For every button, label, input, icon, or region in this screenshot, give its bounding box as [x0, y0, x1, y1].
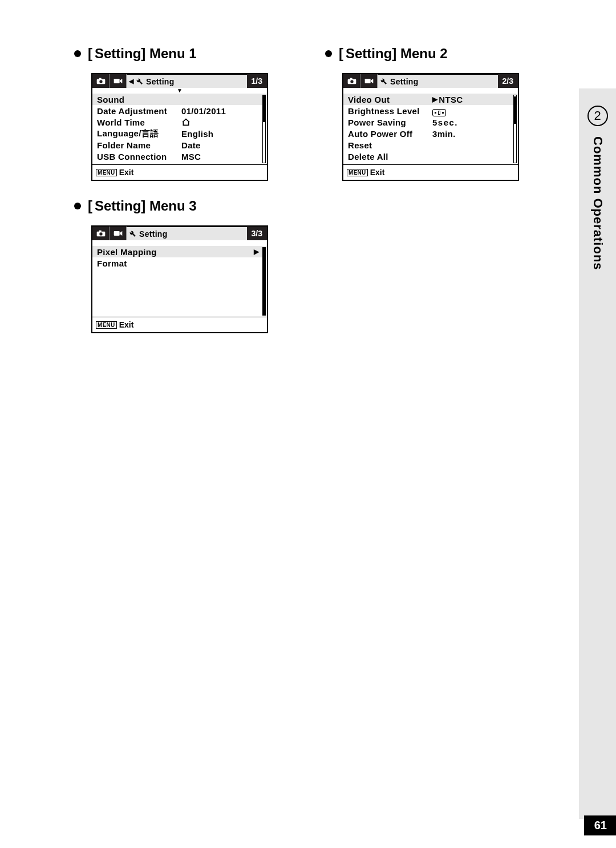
scrollbar-1[interactable] — [262, 95, 266, 163]
label-world-time: World Time — [97, 118, 181, 127]
label-delete-all: Delete All — [348, 152, 432, 161]
label-video-out: Video Out — [348, 95, 432, 104]
heading-bracket: [ — [339, 46, 343, 62]
svg-point-5 — [350, 80, 353, 83]
row-brightness[interactable]: Brightness Level — [343, 105, 518, 116]
label-sound: Sound — [97, 95, 181, 104]
scrollbar-2[interactable] — [513, 95, 517, 163]
svg-point-9 — [99, 232, 102, 235]
scroll-spacer — [92, 240, 267, 246]
scrollbar-3[interactable] — [262, 247, 266, 316]
arrow-right-icon: ▶ — [254, 248, 259, 256]
svg-rect-2 — [99, 78, 101, 80]
value-power-saving: 5sec. — [432, 118, 510, 127]
side-tab: 2 Common Operations — [579, 88, 616, 819]
row-usb-connection[interactable]: USB Connection MSC — [92, 151, 267, 162]
scroll-down-icon: ▼ — [92, 88, 267, 94]
svg-rect-10 — [99, 231, 101, 232]
row-format[interactable]: Format — [92, 257, 267, 269]
page-counter-2: 2/3 — [498, 74, 518, 88]
row-folder-name[interactable]: Folder Name Date — [92, 139, 267, 151]
row-date-adjustment[interactable]: Date Adjustment 01/01/2011 — [92, 105, 267, 116]
tab-setting-active[interactable]: ◀ Setting — [127, 74, 247, 88]
row-world-time[interactable]: World Time — [92, 116, 267, 128]
tab-video-icon[interactable] — [360, 74, 378, 88]
tab-label: Setting — [139, 229, 168, 239]
chapter-title: Common Operations — [590, 136, 605, 270]
menu-body-1: Sound Date Adjustment 01/01/2011 World T… — [92, 94, 267, 165]
tab-video-icon[interactable] — [110, 227, 127, 240]
svg-rect-3 — [114, 79, 119, 83]
heading-text-1: Setting] Menu 1 — [95, 46, 197, 62]
label-power-saving: Power Saving — [348, 118, 432, 127]
wrench-icon — [129, 230, 136, 237]
page-counter-3: 3/3 — [247, 227, 267, 240]
menu-button-label[interactable]: MENU — [96, 169, 117, 176]
label-reset: Reset — [348, 140, 432, 150]
brightness-icon — [432, 106, 510, 116]
menu-block-1: [ Setting] Menu 1 ◀ Setting 1/3 — [68, 46, 291, 181]
value-auto-off: 3min. — [432, 129, 510, 139]
camera-screen-3: Setting 3/3 Pixel Mapping ▶ Format MENU … — [91, 225, 268, 333]
tab-label: Setting — [146, 77, 175, 86]
bullet-icon — [325, 50, 332, 57]
row-pixel-mapping[interactable]: Pixel Mapping ▶ — [92, 246, 267, 257]
heading-bracket: [ — [88, 198, 92, 214]
menu-block-3: [ Setting] Menu 3 Setting 3/3 — [68, 198, 291, 333]
row-language[interactable]: Language/言語 English — [92, 128, 267, 139]
heading-menu-1: [ Setting] Menu 1 — [74, 46, 291, 62]
left-arrow-icon: ◀ — [129, 78, 133, 85]
tab-bar-2: Setting 2/3 — [343, 74, 518, 88]
label-folder: Folder Name — [97, 140, 181, 150]
scroll-spacer — [343, 88, 518, 94]
row-power-saving[interactable]: Power Saving 5sec. — [343, 116, 518, 128]
tab-camera-icon[interactable] — [92, 227, 110, 240]
label-auto-off: Auto Power Off — [348, 129, 432, 139]
tab-camera-icon[interactable] — [343, 74, 360, 88]
value-date-adj: 01/01/2011 — [181, 106, 259, 116]
bullet-icon — [74, 203, 81, 209]
menu-button-label[interactable]: MENU — [96, 321, 117, 329]
menu-body-2: Video Out ▶ NTSC Brightness Level Power … — [343, 94, 518, 165]
svg-rect-11 — [114, 231, 119, 236]
camera-screen-2: Setting 2/3 Video Out ▶ NTSC Brightness … — [342, 73, 519, 181]
row-video-out[interactable]: Video Out ▶ NTSC — [343, 94, 518, 105]
svg-rect-6 — [350, 78, 352, 80]
tab-video-icon[interactable] — [110, 74, 127, 88]
row-delete-all[interactable]: Delete All — [343, 151, 518, 162]
heading-menu-2: [ Setting] Menu 2 — [325, 46, 542, 62]
page-counter-1: 1/3 — [247, 74, 267, 88]
menu-body-3: Pixel Mapping ▶ Format — [92, 246, 267, 317]
row-reset[interactable]: Reset — [343, 139, 518, 151]
exit-label: Exit — [370, 168, 385, 177]
label-date-adj: Date Adjustment — [97, 106, 181, 116]
value-video-out: NTSC — [439, 95, 510, 104]
value-language: English — [181, 129, 259, 139]
exit-label: Exit — [119, 320, 134, 329]
page-content: [ Setting] Menu 1 ◀ Setting 1/3 — [0, 0, 616, 333]
tab-camera-icon[interactable] — [92, 74, 110, 88]
exit-label: Exit — [119, 168, 134, 177]
value-folder: Date — [181, 140, 259, 150]
tab-label: Setting — [390, 77, 419, 86]
camera-screen-1: ◀ Setting 1/3 ▼ Sound Date Adjustment 01… — [91, 73, 268, 181]
heading-text-2: Setting] Menu 2 — [346, 46, 448, 62]
footer-3: MENU Exit — [92, 317, 267, 332]
label-brightness: Brightness Level — [348, 106, 432, 116]
menu-button-label[interactable]: MENU — [347, 169, 368, 176]
row-auto-power-off[interactable]: Auto Power Off 3min. — [343, 128, 518, 139]
heading-menu-3: [ Setting] Menu 3 — [74, 198, 291, 214]
heading-text-3: Setting] Menu 3 — [95, 198, 197, 214]
tab-setting-active[interactable]: Setting — [127, 227, 247, 240]
tab-setting-active[interactable]: Setting — [378, 74, 498, 88]
tab-bar-1: ◀ Setting 1/3 — [92, 74, 267, 88]
svg-rect-7 — [364, 79, 370, 83]
caret-right-icon: ▶ — [432, 95, 437, 103]
svg-point-1 — [99, 80, 102, 83]
chapter-number-badge: 2 — [587, 106, 608, 126]
label-pixel-mapping: Pixel Mapping — [97, 247, 181, 257]
row-sound[interactable]: Sound — [92, 94, 267, 105]
bullet-icon — [74, 50, 81, 57]
menu-block-2: [ Setting] Menu 2 Setting 2/3 — [319, 46, 542, 181]
footer-1: MENU Exit — [92, 165, 267, 180]
